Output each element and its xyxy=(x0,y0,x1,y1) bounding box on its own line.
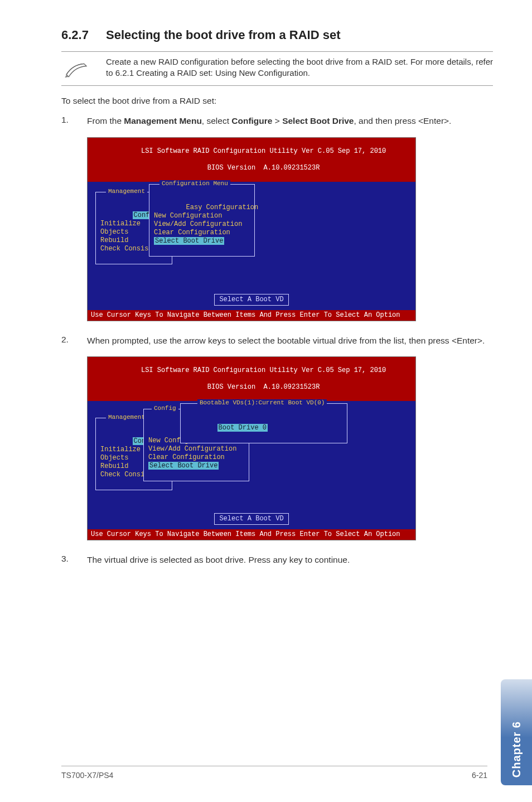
cfg-select-boot[interactable]: Select Boot Drive xyxy=(148,462,219,470)
select-a-boot-vd-box: Select A Boot VD xyxy=(214,513,288,525)
bios-header-line2: BIOS Version A.10.09231523R xyxy=(207,383,320,391)
configuration-menu-box: Configuration Menu Easy Configuration Ne… xyxy=(149,184,255,257)
footer-page-number: 6-21 xyxy=(472,771,487,780)
bios-header-line1: LSI Software RAID Configuration Utility … xyxy=(141,366,386,374)
bootable-vds-title: Bootable VDs(1):Current Boot VD(0) xyxy=(197,399,327,407)
step-number: 1. xyxy=(61,115,87,127)
step-2: 2. When prompted, use the arrow keys to … xyxy=(61,335,493,347)
configuration-menu-title-partial: Config xyxy=(152,405,178,413)
step-number: 3. xyxy=(61,554,87,566)
footer-model: TS700-X7/PS4 xyxy=(61,771,113,780)
step1-pre: From the xyxy=(87,116,124,125)
step-text: When prompted, use the arrow keys to sel… xyxy=(87,335,493,347)
boot-drive-0[interactable]: Boot Drive 0 xyxy=(217,424,268,432)
step1-mid2: > xyxy=(272,116,282,125)
cfg-view[interactable]: View/Add Configuration xyxy=(148,445,236,453)
mgmt-item-objects[interactable]: Objects xyxy=(100,454,128,462)
mgmt-item-initialize[interactable]: Initialize xyxy=(100,220,141,228)
step-number: 2. xyxy=(61,335,87,347)
mgmt-item-rebuild[interactable]: Rebuild xyxy=(100,462,128,470)
section-title: 6.2.7 Selecting the boot drive from a RA… xyxy=(61,28,493,42)
step-1: 1. From the Management Menu, select Conf… xyxy=(61,115,493,127)
select-a-boot-vd-box: Select A Boot VD xyxy=(214,294,288,306)
chapter-tab: Chapter 6 xyxy=(501,679,532,785)
bios-screenshot-2: LSI Software RAID Configuration Utility … xyxy=(87,356,416,540)
step1-bold3: Select Boot Drive xyxy=(282,116,354,125)
configuration-menu-title: Configuration Menu xyxy=(159,180,230,188)
cfg-view[interactable]: View/Add Configuration xyxy=(154,220,242,228)
step-3: 3. The virtual drive is selected as boot… xyxy=(61,554,493,566)
page-footer: TS700-X7/PS4 6-21 xyxy=(61,766,487,780)
management-title: Management xyxy=(106,188,147,196)
step1-bold1: Management Menu xyxy=(124,116,202,125)
section-heading: Selecting the boot drive from a RAID set xyxy=(106,28,341,42)
mgmt-item-rebuild[interactable]: Rebuild xyxy=(100,236,128,244)
cfg-clear[interactable]: Clear Configuration xyxy=(148,453,225,461)
bios-header-line2: BIOS Version A.10.09231523R xyxy=(207,164,320,172)
intro-paragraph: To select the boot drive from a RAID set… xyxy=(61,96,493,106)
step1-bold2: Configure xyxy=(231,116,272,125)
management-title: Management xyxy=(106,414,147,422)
bios-footer: Use Cursor Keys To Navigate Between Item… xyxy=(88,529,415,540)
section-number: 6.2.7 xyxy=(61,28,106,42)
step-text: The virtual drive is selected as boot dr… xyxy=(87,554,493,566)
bios-footer: Use Cursor Keys To Navigate Between Item… xyxy=(88,310,415,321)
step1-mid1: , select xyxy=(202,116,231,125)
bios-header: LSI Software RAID Configuration Utility … xyxy=(88,357,415,401)
cfg-new[interactable]: New Configuration xyxy=(154,212,222,220)
note-text: Create a new RAID configuration before s… xyxy=(95,56,493,79)
chapter-tab-label: Chapter 6 xyxy=(510,721,523,777)
bios-header: LSI Software RAID Configuration Utility … xyxy=(88,138,415,182)
cfg-clear[interactable]: Clear Configuration xyxy=(154,229,230,236)
bootable-vds-box: Bootable VDs(1):Current Boot VD(0) Boot … xyxy=(180,403,347,443)
bios-screenshot-1: LSI Software RAID Configuration Utility … xyxy=(87,137,416,321)
pencil-icon xyxy=(61,56,95,81)
cfg-select-boot[interactable]: Select Boot Drive xyxy=(154,237,224,245)
mgmt-item-initialize[interactable]: Initialize xyxy=(100,446,141,453)
step-text: From the Management Menu, select Configu… xyxy=(87,115,493,127)
bios-header-line1: LSI Software RAID Configuration Utility … xyxy=(141,147,386,155)
step1-post: , and then press <Enter>. xyxy=(354,116,451,125)
mgmt-item-objects[interactable]: Objects xyxy=(100,228,128,236)
cfg-easy[interactable]: Easy Configuration xyxy=(186,204,259,211)
info-note: Create a new RAID configuration before s… xyxy=(61,51,493,86)
